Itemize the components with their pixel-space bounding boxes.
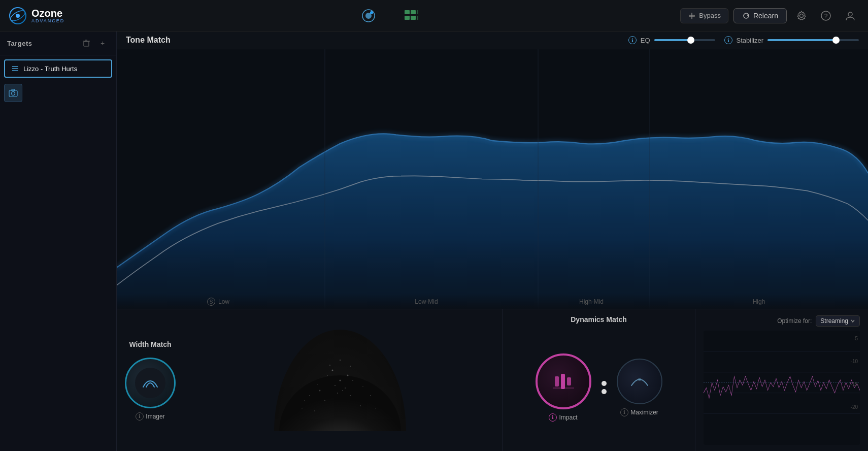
user-icon (845, 10, 856, 21)
width-match-title: Width Match (129, 340, 171, 348)
optimize-label: Optimize for: (777, 317, 812, 325)
loudness-panel: Optimize for: Streaming (695, 309, 868, 451)
stabilizer-slider[interactable] (767, 39, 859, 41)
bypass-button[interactable]: Bypass (680, 8, 728, 23)
spectrum-area: S Low Low-Mid High-Mid High (117, 49, 868, 309)
svg-text:?: ? (824, 12, 828, 19)
impact-group: ℹ Impact (536, 353, 591, 422)
svg-point-44 (309, 395, 310, 396)
svg-point-38 (360, 405, 361, 406)
svg-point-31 (287, 220, 292, 227)
stereo-svg (274, 330, 406, 431)
maximizer-icon (628, 370, 651, 393)
help-button[interactable]: ? (816, 6, 836, 25)
svg-rect-59 (567, 377, 571, 385)
s-icon-low: S (207, 298, 215, 306)
svg-rect-7 (405, 10, 410, 14)
svg-point-41 (347, 374, 348, 376)
svg-point-40 (331, 369, 333, 371)
svg-rect-25 (9, 90, 17, 96)
modules-button[interactable] (400, 5, 422, 27)
tone-match-header: Tone Match ℹ EQ ℹ Stabilizer (117, 31, 868, 49)
maximizer-label-row: ℹ Maximizer (620, 408, 658, 416)
svg-point-39 (304, 400, 305, 401)
stereo-visual (274, 330, 406, 431)
app-subtitle: ADVANCED (31, 18, 64, 23)
eq-info-icon[interactable]: ℹ (628, 36, 637, 44)
loudness-graph: -5 -10 -15 -20 (704, 331, 860, 445)
modules-icon (403, 7, 420, 24)
relearn-button[interactable]: Relearn (733, 8, 787, 23)
high-label: High (753, 298, 765, 306)
loudness-label-3: -15 (851, 381, 858, 387)
maximizer-info-icon[interactable]: ℹ (620, 408, 628, 416)
eq-slider[interactable] (654, 39, 715, 41)
svg-point-26 (12, 92, 15, 95)
high-mid-label-group: High-Mid (533, 298, 650, 306)
sidebar-header: Targets + (0, 31, 116, 55)
svg-point-48 (329, 365, 330, 366)
header: Ozone ADVANCED (0, 0, 868, 31)
maximizer-label: Maximizer (630, 409, 658, 416)
svg-point-18 (848, 12, 852, 16)
loudness-label-1: -5 (851, 336, 858, 341)
svg-point-34 (324, 400, 325, 401)
impact-label: Impact (559, 414, 577, 421)
user-button[interactable] (841, 6, 860, 25)
imager-knob[interactable] (125, 358, 176, 408)
optimize-select[interactable]: Streaming (816, 315, 860, 327)
settings-button[interactable] (792, 6, 811, 25)
svg-rect-12 (417, 16, 418, 20)
capture-icon (8, 88, 18, 98)
dot-left (602, 381, 607, 386)
svg-point-61 (638, 378, 641, 381)
loudness-label-2: -10 (851, 359, 858, 364)
width-match-inner: Width Match ℹ Imager (125, 340, 176, 421)
width-match-panel: Width Match ℹ Imager (117, 309, 503, 451)
delete-icon (82, 39, 90, 47)
svg-rect-10 (411, 16, 416, 20)
svg-point-37 (350, 395, 351, 396)
sidebar-item-lizzo[interactable]: Lizzo - Truth Hurts (4, 59, 112, 78)
dynamics-controls: ℹ Impact (536, 330, 662, 445)
high-label-group: High (650, 298, 868, 306)
impact-icon (551, 369, 576, 394)
svg-point-35 (319, 390, 320, 391)
bypass-icon (688, 12, 696, 20)
delete-target-button[interactable] (80, 37, 93, 50)
add-target-button[interactable]: + (96, 37, 109, 50)
imager-icon (141, 374, 159, 392)
list-icon (11, 65, 19, 73)
impact-knob[interactable] (536, 353, 591, 409)
svg-point-45 (370, 395, 371, 396)
svg-point-6 (371, 12, 373, 13)
svg-rect-8 (411, 10, 416, 14)
stabilizer-info-icon[interactable]: ℹ (724, 36, 732, 44)
tone-match-section: Tone Match ℹ EQ ℹ Stabilizer (117, 31, 868, 309)
sidebar: Targets + Lizzo - Trut (0, 31, 117, 451)
stabilizer-control: ℹ Stabilizer (724, 36, 859, 44)
loudness-svg (704, 331, 860, 445)
eq-thumb[interactable] (687, 37, 694, 44)
svg-point-56 (362, 386, 363, 387)
svg-rect-57 (555, 376, 559, 386)
tone-match-controls: ℹ EQ ℹ Stabilizer (628, 36, 859, 44)
low-mid-label-group: Low-Mid (320, 298, 533, 306)
dropdown-arrow-icon (850, 318, 855, 324)
bottom-panels: Width Match ℹ Imager (117, 309, 868, 451)
stabilizer-thumb[interactable] (832, 37, 840, 44)
imager-label: Imager (146, 413, 164, 420)
master-button[interactable] (357, 5, 380, 27)
logo-area: Ozone ADVANCED (8, 6, 99, 25)
impact-info-icon[interactable]: ℹ (549, 413, 557, 422)
header-right: Bypass Relearn ? (680, 6, 860, 25)
spectrum-labels: S Low Low-Mid High-Mid High (117, 295, 868, 309)
svg-point-47 (375, 408, 376, 409)
capture-button[interactable] (4, 84, 22, 102)
imager-info-icon[interactable]: ℹ (136, 412, 144, 421)
low-label-group: S Low (117, 298, 320, 306)
maximizer-knob[interactable] (617, 359, 662, 404)
ozone-logo-icon (8, 6, 27, 25)
imager-knob-inner (135, 368, 165, 398)
low-label: Low (218, 298, 229, 305)
